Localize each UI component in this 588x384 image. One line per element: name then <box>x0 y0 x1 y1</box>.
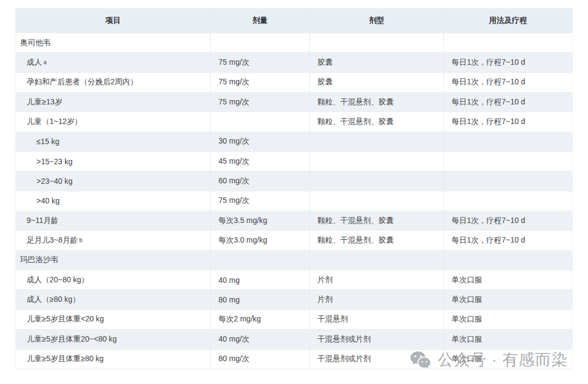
cell-item: 奥司他韦 <box>16 33 210 52</box>
cell-usage: 单次口服 <box>443 270 572 289</box>
cell-form: 干混悬剂 <box>309 310 444 329</box>
table-row: 足月儿3~8月龄b 每次3.0 mg/kg 颗粒、干混悬剂、胶囊 每日1次，疗程… <box>16 230 572 250</box>
cell-item: >40 kg <box>16 191 210 210</box>
item-label: 成人 <box>16 58 42 67</box>
cell-form: 胶囊 <box>309 73 444 92</box>
header-dose: 剂量 <box>210 8 309 33</box>
cell-usage <box>443 171 572 190</box>
cell-form: 颗粒、干混悬剂、胶囊 <box>309 231 444 250</box>
dosage-table: 项目 剂量 剂型 用法及疗程 奥司他韦 成人a 75 mg/次 胶囊 每日1次，… <box>15 8 573 369</box>
cell-dose: 40 mg <box>210 270 309 289</box>
cell-item: 儿童≥5岁且体重<20 kg <box>16 310 210 329</box>
cell-item: 儿童≥13岁 <box>16 92 210 112</box>
item-label: 儿童≥5岁且体重20~<80 kg <box>16 335 117 344</box>
cell-dose: 60 mg/次 <box>210 171 309 190</box>
cell-usage: 单次口服 <box>443 310 572 329</box>
item-label: 足月儿3~8月龄 <box>16 236 78 245</box>
item-label: 成人（≥80 kg） <box>16 295 80 305</box>
cell-usage: 单次口服 <box>443 290 572 309</box>
footnote-marker: a <box>44 59 47 65</box>
cell-item: 儿童≥5岁且体重20~<80 kg <box>16 330 210 349</box>
cell-item: 成人a <box>16 53 210 72</box>
table-row: 玛巴洛沙韦 <box>16 250 572 270</box>
header-usage: 用法及疗程 <box>443 8 572 33</box>
header-form: 剂型 <box>309 8 444 33</box>
cell-usage <box>443 191 572 210</box>
item-label: >15~23 kg <box>16 157 72 166</box>
cell-form <box>309 191 444 210</box>
cell-dose: 每次2 mg/kg <box>210 310 309 329</box>
table-row: 奥司他韦 <box>16 33 572 52</box>
item-label: 奥司他韦 <box>16 38 51 48</box>
cell-form: 颗粒、干混悬剂、胶囊 <box>309 112 444 131</box>
cell-form: 片剂 <box>309 290 444 309</box>
table-row: 儿童（1~12岁） 颗粒、干混悬剂、胶囊 每日1次，疗程7~10 d <box>16 112 572 131</box>
cell-form <box>309 33 444 52</box>
item-label: 儿童≥13岁 <box>16 97 62 107</box>
table-row: 儿童≥5岁且体重20~<80 kg 40 mg/次 干混悬剂或片剂 单次口服 <box>16 329 572 349</box>
item-label: ≤15 kg <box>16 137 59 146</box>
table-row: >23~40 kg 60 mg/次 <box>16 171 572 190</box>
cell-form: 颗粒、干混悬剂、胶囊 <box>309 92 444 112</box>
cell-usage: 每日1次，疗程7~10 d <box>443 53 572 72</box>
cell-dose: 40 mg/次 <box>210 330 309 349</box>
cell-dose: 80 mg/次 <box>210 350 309 369</box>
cell-form <box>309 171 444 190</box>
cell-form: 颗粒、干混悬剂、胶囊 <box>309 211 444 230</box>
cell-dose <box>210 33 309 52</box>
cell-usage: 单次口服 <box>443 350 572 369</box>
table-row: >15~23 kg 45 mg/次 <box>16 151 572 171</box>
cell-item: 儿童（1~12岁） <box>16 112 210 131</box>
cell-form <box>309 251 444 270</box>
table-row: 成人a 75 mg/次 胶囊 每日1次，疗程7~10 d <box>16 52 572 72</box>
cell-dose: 80 mg <box>210 290 309 309</box>
cell-usage: 每日1次，疗程7~10 d <box>443 73 572 92</box>
cell-dose: 75 mg/次 <box>210 53 309 72</box>
table-row: 儿童≥13岁 75 mg/次 颗粒、干混悬剂、胶囊 每日1次，疗程7~10 d <box>16 92 572 112</box>
item-label: >23~40 kg <box>16 177 72 185</box>
footnote-marker: b <box>79 237 83 243</box>
cell-dose: 75 mg/次 <box>210 191 309 210</box>
table-row: 9~11月龄 每次3.5 mg/kg 颗粒、干混悬剂、胶囊 每日1次，疗程7~1… <box>16 210 572 230</box>
cell-item: 成人（≥80 kg） <box>16 290 210 309</box>
cell-dose: 每次3.0 mg/kg <box>210 231 309 250</box>
table-row: 儿童≥5岁且体重<20 kg 每次2 mg/kg 干混悬剂 单次口服 <box>16 309 572 329</box>
cell-dose: 每次3.5 mg/kg <box>210 211 309 230</box>
cell-dose: 75 mg/次 <box>210 92 309 112</box>
cell-form <box>309 152 444 171</box>
cell-usage: 每日1次，疗程7~10 d <box>443 231 572 250</box>
cell-usage: 每日1次，疗程7~10 d <box>443 112 572 131</box>
cell-usage <box>443 132 572 151</box>
item-label: 儿童≥5岁且体重<20 kg <box>16 314 104 324</box>
cell-usage: 每日1次，疗程7~10 d <box>443 92 572 112</box>
cell-item: ≤15 kg <box>16 132 210 151</box>
table-row: 孕妇和产后患者（分娩后2周内） 75 mg/次 胶囊 每日1次，疗程7~10 d <box>16 72 572 92</box>
cell-form: 干混悬剂或片剂 <box>309 350 444 369</box>
table-row: 儿童≥5岁且体重≥80 kg 80 mg/次 干混悬剂或片剂 单次口服 <box>16 349 572 369</box>
item-label: >40 kg <box>16 196 59 205</box>
item-label: 成人（20~80 kg） <box>16 275 89 285</box>
table-row: ≤15 kg 30 mg/次 <box>16 132 572 151</box>
table-body: 奥司他韦 成人a 75 mg/次 胶囊 每日1次，疗程7~10 d 孕妇和产后患… <box>16 33 572 369</box>
item-label: 玛巴洛沙韦 <box>16 255 58 265</box>
table-row: 成人（20~80 kg） 40 mg 片剂 单次口服 <box>16 270 572 289</box>
cell-usage <box>443 251 572 270</box>
cell-item: 足月儿3~8月龄b <box>16 231 210 250</box>
table-row: >40 kg 75 mg/次 <box>16 191 572 210</box>
cell-form <box>309 132 444 151</box>
cell-item: 9~11月龄 <box>16 211 210 230</box>
cell-usage <box>443 152 572 171</box>
table-row: 成人（≥80 kg） 80 mg 片剂 单次口服 <box>16 289 572 309</box>
item-label: 孕妇和产后患者（分娩后2周内） <box>16 77 138 87</box>
cell-item: 成人（20~80 kg） <box>16 270 210 289</box>
cell-usage: 每日1次，疗程7~10 d <box>443 211 572 230</box>
cell-item: 儿童≥5岁且体重≥80 kg <box>16 350 210 369</box>
table-header-row: 项目 剂量 剂型 用法及疗程 <box>16 8 572 33</box>
cell-usage <box>443 33 572 52</box>
cell-dose: 45 mg/次 <box>210 152 309 171</box>
cell-item: >15~23 kg <box>16 152 210 171</box>
cell-dose <box>210 112 309 131</box>
cell-dose: 30 mg/次 <box>210 132 309 151</box>
cell-usage: 单次口服 <box>443 330 572 349</box>
cell-form: 片剂 <box>309 270 444 289</box>
